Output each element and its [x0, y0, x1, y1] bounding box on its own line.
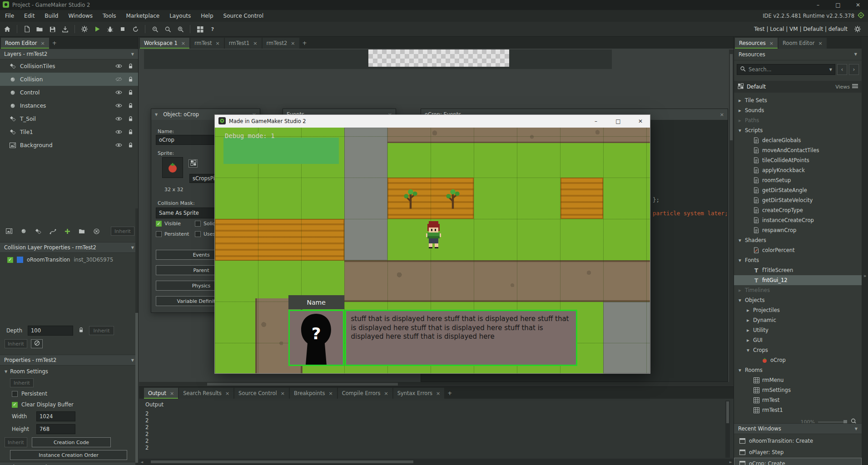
close-icon[interactable]: × — [291, 40, 295, 46]
lock-icon[interactable] — [126, 129, 134, 135]
add-tab-button[interactable]: + — [50, 38, 59, 49]
close-icon[interactable]: × — [769, 40, 774, 46]
clear-display-buffer-checkbox[interactable] — [12, 402, 18, 408]
game-window-titlebar[interactable]: Made in GameMaker Studio 2 – □ ✕ — [215, 115, 650, 128]
instance-checkbox[interactable] — [7, 257, 13, 263]
target-icon[interactable] — [858, 12, 864, 20]
tab-resources[interactable]: Resources × — [735, 38, 778, 49]
expand-panel-icon[interactable]: » — [863, 273, 867, 279]
output-tab-search-results[interactable]: Search Results× — [179, 388, 233, 399]
menu-marketplace[interactable]: Marketplace — [121, 10, 165, 22]
sprite-thumbnail[interactable] — [162, 157, 183, 178]
toolbar-debug-button[interactable] — [104, 23, 116, 35]
properties-header[interactable]: Properties - rmTest2 ▼ — [0, 355, 138, 366]
tree-item-createcroptype[interactable]: createCropType — [734, 205, 862, 215]
lock-icon[interactable] — [79, 327, 84, 334]
close-icon[interactable]: × — [818, 40, 822, 46]
eye-icon[interactable] — [114, 90, 123, 95]
toolbar-clean-button[interactable] — [129, 23, 141, 35]
output-log[interactable]: 222222 — [145, 411, 720, 458]
lock-icon[interactable] — [126, 103, 134, 109]
layer-row-t-soil[interactable]: T_Soil — [0, 112, 138, 125]
add-path-layer-button[interactable] — [47, 226, 58, 236]
tree-item-colorpercent[interactable]: colorPercent — [734, 245, 862, 255]
toolbar-new-project-button[interactable] — [21, 23, 33, 35]
close-icon[interactable]: × — [329, 391, 333, 396]
toolbar-home-button[interactable] — [1, 23, 13, 35]
game-viewport[interactable]: Debug mode: 1 Name ? stuff that is displ… — [215, 128, 650, 373]
workspace-tab-workspace-1[interactable]: Workspace 1× — [140, 38, 189, 49]
eye-icon[interactable] — [114, 64, 123, 69]
tree-item-shaders[interactable]: ▼Shaders — [734, 235, 862, 245]
close-icon[interactable]: × — [40, 40, 45, 46]
tree-item-declareglobals[interactable]: declareGlobals — [734, 135, 862, 145]
zoom-slider[interactable] — [818, 421, 847, 423]
output-tab-breakpoints[interactable]: Breakpoints× — [290, 388, 337, 399]
toolbar-open-project-button[interactable] — [34, 23, 45, 35]
workspace-tab-rmtest1[interactable]: rmTest1× — [225, 38, 262, 49]
room-settings-header[interactable]: ▼ Room Settings — [0, 366, 138, 376]
output-vertical-scrollbar[interactable] — [725, 401, 730, 458]
lock-icon[interactable] — [126, 63, 134, 69]
layer-row-control[interactable]: Control — [0, 86, 138, 99]
toolbar-import-button[interactable] — [59, 23, 71, 35]
close-icon[interactable]: × — [170, 391, 174, 396]
tree-item-tilecollideatpoints[interactable]: tileCollideAtPoints — [734, 155, 862, 165]
tree-item-rooms[interactable]: ▼Rooms — [734, 365, 862, 375]
color-swatch[interactable] — [17, 257, 23, 263]
add-workspace-button[interactable]: + — [300, 38, 309, 49]
resource-root-row[interactable]: Default Views — [734, 81, 862, 93]
tree-item-crops[interactable]: ▼Crops — [734, 345, 862, 355]
add-layer-folder-button[interactable] — [76, 226, 87, 236]
room-width-input[interactable]: 1024 — [36, 411, 75, 421]
lock-icon[interactable] — [126, 89, 134, 95]
tree-item-getdirstateangle[interactable]: getDirStateAngle — [734, 185, 862, 195]
menu-help[interactable]: Help — [196, 10, 218, 22]
scroll-right-icon[interactable]: ► — [729, 460, 732, 464]
canvas-vertical-scrollbar[interactable] — [729, 49, 734, 386]
toolbar-zoom-out-button[interactable] — [149, 23, 161, 35]
add-background-layer-button[interactable] — [4, 226, 15, 236]
toolbar-run-button[interactable] — [91, 23, 103, 35]
close-icon[interactable]: × — [384, 391, 388, 396]
tree-item-gui[interactable]: ▶GUI — [734, 335, 862, 345]
search-input[interactable]: Search... ▼ — [737, 64, 835, 75]
recent-window-ocrop-create[interactable]: oCrop: Create — [734, 458, 862, 465]
layer-row-collisiontiles[interactable]: CollisionTiles — [0, 59, 138, 73]
tree-item-instancecreatecrop[interactable]: instanceCreateCrop — [734, 215, 862, 225]
collision-layer-properties-header[interactable]: Collision Layer Properties - rmTest2 ▼ — [0, 242, 138, 253]
tab-room-editor[interactable]: Room Editor × — [1, 38, 49, 49]
eye-icon[interactable] — [114, 143, 123, 148]
close-icon[interactable]: × — [225, 391, 229, 396]
close-icon[interactable]: × — [253, 40, 257, 46]
tree-item-applyknockback[interactable]: applyKnockback — [734, 165, 862, 175]
delete-layer-button[interactable] — [91, 226, 102, 236]
recent-window-oplayer-step[interactable]: oPlayer: Step — [734, 446, 862, 458]
nav-forward-button[interactable]: › — [849, 64, 859, 75]
output-tab-compile-errors[interactable]: Compile Errors× — [338, 388, 392, 399]
game-close-button[interactable]: ✕ — [631, 115, 650, 128]
tree-item-rmtest1[interactable]: rmTest1 — [734, 405, 862, 415]
tree-item-paths[interactable]: ▶Paths — [734, 115, 862, 125]
tree-item-roomsetup[interactable]: roomSetup — [734, 175, 862, 185]
creation-code-button[interactable]: Creation Code — [32, 437, 111, 447]
tree-item-rmtest[interactable]: rmTest — [734, 395, 862, 405]
recent-window-oroomtransition-create[interactable]: oRoomTransition: Create — [734, 435, 862, 446]
menu-layouts[interactable]: Layouts — [164, 10, 196, 22]
left-panel-scrollbar[interactable] — [135, 208, 138, 465]
depth-inherit-button[interactable]: Inherit — [89, 326, 114, 335]
output-tab-syntax-errors[interactable]: Syntax Errors× — [393, 388, 445, 399]
tree-item-fonts[interactable]: ▼Fonts — [734, 255, 862, 265]
output-tab-output[interactable]: Output× — [144, 388, 178, 399]
tree-item-ocrop[interactable]: oCrop — [734, 355, 862, 365]
tree-item-respawncrop[interactable]: respawnCrop — [734, 225, 862, 235]
close-icon[interactable]: × — [181, 40, 185, 46]
scrollbar-thumb[interactable] — [151, 460, 413, 463]
instance-row[interactable]: oRoomTransition inst_30D65975 — [0, 254, 138, 266]
tree-item-rmsettings[interactable]: rmSettings — [734, 385, 862, 395]
recent-windows-header[interactable]: Recent Windows ▼ — [734, 423, 862, 434]
tree-item-scripts[interactable]: ▼Scripts — [734, 125, 862, 135]
sprite-menu-button[interactable] — [188, 159, 198, 168]
output-horizontal-scrollbar[interactable]: ◄ ► — [139, 459, 734, 465]
tree-item-sounds[interactable]: ▶Sounds — [734, 105, 862, 115]
